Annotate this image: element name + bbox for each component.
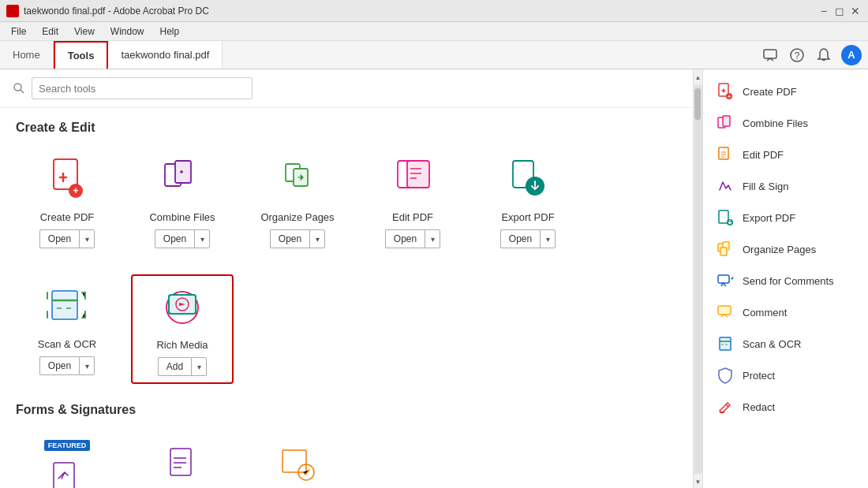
sidebar-item-organize[interactable]: Organize Pages bbox=[703, 233, 868, 265]
tool-certificates bbox=[246, 430, 349, 488]
restore-button[interactable]: ◻ bbox=[833, 5, 846, 17]
tool-rich-media: Rich Media Add ▾ bbox=[131, 274, 234, 384]
search-icon bbox=[13, 82, 25, 95]
sidebar-create-pdf-label: Create PDF bbox=[743, 86, 797, 98]
certificates-icon bbox=[274, 440, 321, 487]
section-forms-title: Forms & Signatures bbox=[16, 403, 677, 417]
sidebar-item-fill-sign[interactable]: Fill & Sign bbox=[703, 170, 868, 202]
svg-rect-33 bbox=[723, 116, 730, 126]
sidebar-item-protect[interactable]: Protect bbox=[703, 359, 868, 391]
export-pdf-dropdown-btn[interactable]: ▾ bbox=[540, 229, 556, 248]
edit-pdf-btn-group[interactable]: Open ▾ bbox=[385, 229, 440, 248]
window-controls[interactable]: − ◻ ✕ bbox=[817, 5, 862, 17]
sidebar-scan-ocr-label: Scan & OCR bbox=[743, 338, 801, 350]
scrollbar-down-btn[interactable]: ▼ bbox=[694, 475, 703, 488]
create-pdf-btn-group[interactable]: Open ▾ bbox=[39, 229, 95, 248]
rich-media-add-btn[interactable]: Add bbox=[158, 357, 191, 376]
tab-bar: Home Tools taekwondo final.pdf ? A bbox=[0, 41, 868, 69]
scan-ocr-dropdown-btn[interactable]: ▾ bbox=[79, 356, 95, 375]
organize-pages-btn-group[interactable]: Open ▾ bbox=[270, 229, 325, 248]
main-layout: Create & Edit + Create PDF bbox=[0, 69, 868, 488]
sidebar-item-edit-pdf[interactable]: Edit PDF bbox=[703, 139, 868, 170]
tools-grid-forms: FEATURED bbox=[16, 430, 677, 488]
svg-text:+: + bbox=[73, 185, 78, 196]
sidebar-edit-icon bbox=[716, 145, 735, 164]
scan-ocr-btn-group[interactable]: Open ▾ bbox=[39, 356, 95, 375]
app-icon bbox=[6, 5, 19, 17]
tool-prepare-form: FEATURED bbox=[16, 430, 118, 488]
sidebar-combine-icon bbox=[716, 114, 735, 132]
menu-edit[interactable]: Edit bbox=[36, 24, 65, 39]
svg-rect-16 bbox=[52, 291, 77, 319]
menu-help[interactable]: Help bbox=[154, 24, 186, 39]
sidebar-item-create-pdf[interactable]: + Create PDF bbox=[703, 76, 868, 107]
sidebar-item-comment[interactable]: Comment bbox=[703, 296, 868, 328]
rich-media-label: Rich Media bbox=[156, 339, 208, 351]
create-pdf-open-btn[interactable]: Open bbox=[39, 229, 79, 248]
export-pdf-open-btn[interactable]: Open bbox=[500, 229, 540, 248]
export-pdf-btn-group[interactable]: Open ▾ bbox=[500, 229, 556, 248]
edit-pdf-dropdown-btn[interactable]: ▾ bbox=[425, 229, 440, 248]
scrollbar-thumb[interactable] bbox=[694, 88, 701, 120]
help-icon[interactable]: ? bbox=[788, 46, 806, 65]
menu-bar: File Edit View Window Help bbox=[0, 22, 868, 41]
combine-files-open-btn[interactable]: Open bbox=[155, 229, 194, 248]
scrollbar-up-btn[interactable]: ▲ bbox=[694, 71, 703, 84]
combine-files-dropdown-btn[interactable]: ▾ bbox=[194, 229, 210, 248]
organize-pages-dropdown-btn[interactable]: ▾ bbox=[309, 229, 325, 248]
tab-tools[interactable]: Tools bbox=[54, 41, 109, 69]
sidebar-comment-icon bbox=[716, 303, 735, 322]
svg-rect-35 bbox=[719, 210, 728, 223]
edit-pdf-icon bbox=[389, 158, 436, 205]
scan-ocr-open-btn[interactable]: Open bbox=[39, 356, 79, 375]
tool-edit-pdf: Edit PDF Open ▾ bbox=[361, 147, 464, 255]
sidebar-send-comments-label: Send for Comments bbox=[743, 275, 834, 287]
organize-pages-open-btn[interactable]: Open bbox=[270, 229, 309, 248]
combine-files-label: Combine Files bbox=[149, 211, 215, 223]
tab-home[interactable]: Home bbox=[0, 41, 54, 69]
sidebar-organize-icon bbox=[716, 240, 735, 259]
organize-pages-icon bbox=[274, 158, 321, 205]
sidebar-redact-label: Redact bbox=[743, 401, 775, 413]
tab-bar-actions: ? A bbox=[761, 41, 868, 69]
sidebar-item-scan-ocr[interactable]: Scan & OCR bbox=[703, 328, 868, 359]
sidebar-redact-icon bbox=[716, 397, 735, 416]
tab-file[interactable]: taekwondo final.pdf bbox=[108, 41, 223, 69]
edit-pdf-label: Edit PDF bbox=[392, 211, 433, 223]
minimize-button[interactable]: − bbox=[817, 5, 830, 17]
close-button[interactable]: ✕ bbox=[849, 5, 862, 17]
search-input[interactable] bbox=[32, 77, 253, 99]
tool-pdf-form bbox=[131, 430, 234, 488]
svg-rect-23 bbox=[170, 449, 191, 475]
title-bar-left: taekwondo final.pdf - Adobe Acrobat Pro … bbox=[6, 5, 209, 17]
svg-rect-13 bbox=[407, 161, 429, 188]
sidebar-comment-label: Comment bbox=[743, 307, 787, 319]
svg-text:?: ? bbox=[795, 50, 800, 61]
sidebar-item-redact[interactable]: Redact bbox=[703, 391, 868, 423]
right-sidebar: + Create PDF Combine Files bbox=[702, 69, 868, 488]
title-bar: taekwondo final.pdf - Adobe Acrobat Pro … bbox=[0, 0, 868, 22]
menu-view[interactable]: View bbox=[68, 24, 101, 39]
sidebar-item-export-pdf[interactable]: Export PDF bbox=[703, 202, 868, 233]
user-avatar[interactable]: A bbox=[841, 45, 862, 65]
tool-organize-pages: Organize Pages Open ▾ bbox=[246, 147, 349, 255]
menu-window[interactable]: Window bbox=[104, 24, 151, 39]
scrollbar[interactable]: ▲ ▼ bbox=[693, 69, 702, 488]
rich-media-icon bbox=[159, 285, 206, 333]
combine-files-btn-group[interactable]: Open ▾ bbox=[155, 229, 210, 248]
create-pdf-dropdown-btn[interactable]: ▾ bbox=[79, 229, 95, 248]
sidebar-item-send-comments[interactable]: Send for Comments bbox=[703, 265, 868, 296]
menu-file[interactable]: File bbox=[5, 24, 32, 39]
rich-media-dropdown-btn[interactable]: ▾ bbox=[191, 357, 207, 376]
rich-media-btn-group[interactable]: Add ▾ bbox=[158, 357, 207, 376]
export-pdf-icon bbox=[504, 158, 552, 205]
notification-icon[interactable] bbox=[814, 46, 833, 65]
pdf-form-icon bbox=[159, 440, 206, 487]
tools-scroll: Create & Edit + Create PDF bbox=[0, 108, 693, 488]
sidebar-protect-label: Protect bbox=[743, 370, 775, 382]
chat-icon[interactable] bbox=[761, 46, 780, 65]
edit-pdf-open-btn[interactable]: Open bbox=[385, 229, 425, 248]
sidebar-item-combine-files[interactable]: Combine Files bbox=[703, 107, 868, 139]
svg-point-3 bbox=[14, 84, 21, 91]
sidebar-fill-sign-icon bbox=[716, 177, 735, 196]
